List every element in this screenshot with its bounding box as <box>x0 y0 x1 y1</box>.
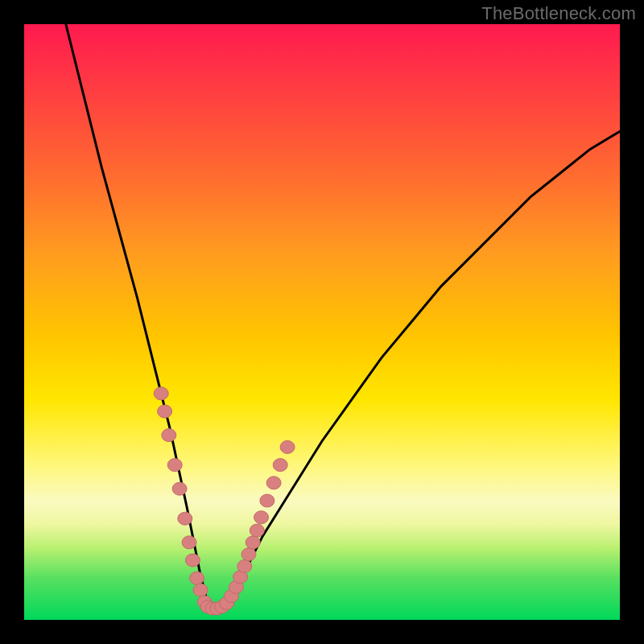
chart-frame: TheBottleneck.com <box>0 0 644 644</box>
data-point <box>237 559 252 572</box>
data-point <box>185 554 200 567</box>
watermark-text: TheBottleneck.com <box>481 3 636 24</box>
data-point <box>167 459 182 472</box>
data-point <box>280 440 295 453</box>
data-point <box>246 536 260 549</box>
data-point <box>182 536 196 549</box>
data-point <box>242 548 256 561</box>
bottleneck-curve <box>66 24 620 608</box>
plot-area <box>24 24 620 620</box>
data-point <box>172 482 187 495</box>
data-point <box>193 584 208 597</box>
data-point <box>158 405 172 418</box>
chart-svg <box>24 24 620 620</box>
data-points-group <box>154 387 295 615</box>
data-point <box>178 512 192 525</box>
data-point <box>266 477 281 489</box>
data-point <box>250 524 264 537</box>
data-point <box>273 459 287 472</box>
data-point <box>260 494 275 507</box>
data-point <box>154 387 168 400</box>
data-point <box>190 572 204 584</box>
data-point <box>254 511 269 524</box>
data-point <box>162 429 176 442</box>
